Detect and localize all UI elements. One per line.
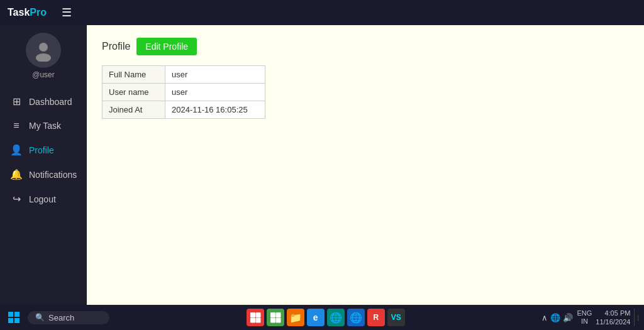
profile-table-row: Joined At2024-11-16 16:05:25 <box>103 101 265 119</box>
profile-field-label: User name <box>103 84 165 101</box>
profile-field-value: user <box>165 66 265 84</box>
taskbar-apps: 📁 e 🌐 🌐 R VS <box>109 309 541 326</box>
sidebar-item-dashboard[interactable]: ⊞ Dashboard <box>0 89 87 114</box>
notifications-icon: 🔔 <box>10 168 23 180</box>
profile-field-value: 2024-11-16 16:05:25 <box>165 101 265 119</box>
app-title-pro: Pro <box>30 7 47 18</box>
sidebar-item-notifications[interactable]: 🔔 Notifications <box>0 162 87 187</box>
profile-field-value: user <box>165 84 265 101</box>
svg-point-1 <box>36 53 51 62</box>
profile-page-title: Profile <box>102 41 130 52</box>
windows-icon <box>8 312 19 323</box>
sidebar-item-profile[interactable]: 👤 Profile <box>0 138 87 162</box>
taskbar: 🔍 Search 📁 e 🌐 🌐 R VS ∧ 🌐 🔊 ENGIN 4:05 P… <box>0 305 644 330</box>
svg-rect-7 <box>275 312 280 317</box>
tray-network: 🌐 <box>550 313 560 322</box>
dashboard-icon: ⊞ <box>10 96 23 107</box>
taskbar-app-1[interactable] <box>247 309 264 326</box>
logout-icon: ↪ <box>10 193 23 205</box>
main-layout: @user ⊞ Dashboard ≡ My Task 👤 Profile 🔔 … <box>0 25 644 305</box>
profile-field-label: Joined At <box>103 101 165 119</box>
svg-rect-5 <box>255 318 260 323</box>
app-title-task: Task <box>8 7 30 18</box>
sidebar-label-dashboard: Dashboard <box>29 97 72 107</box>
svg-rect-2 <box>250 312 255 317</box>
svg-rect-6 <box>270 312 275 317</box>
taskbar-clock: 4:05 PM 11/16/2024 <box>596 309 630 327</box>
taskbar-lang: ENGIN <box>577 309 592 326</box>
taskbar-search-text: Search <box>48 313 74 322</box>
taskbar-left: 🔍 Search <box>5 309 109 326</box>
sidebar-label-profile: Profile <box>29 145 54 155</box>
clock-date: 11/16/2024 <box>596 317 630 326</box>
profile-table-row: Full Nameuser <box>103 66 265 84</box>
app-title: TaskPro <box>8 7 47 18</box>
content-area: Profile Edit Profile Full NameuserUser n… <box>87 25 644 305</box>
sidebar-item-logout[interactable]: ↪ Logout <box>0 187 87 211</box>
svg-rect-9 <box>275 318 280 323</box>
taskbar-app-folder[interactable]: 📁 <box>287 309 304 326</box>
svg-rect-8 <box>270 318 275 323</box>
taskbar-search-icon: 🔍 <box>35 313 45 322</box>
mytask-icon: ≡ <box>10 120 23 131</box>
taskbar-app-2[interactable] <box>267 309 284 326</box>
taskbar-search[interactable]: 🔍 Search <box>28 311 109 324</box>
sidebar: @user ⊞ Dashboard ≡ My Task 👤 Profile 🔔 … <box>0 25 87 305</box>
taskbar-app-chrome[interactable]: 🌐 <box>327 309 345 326</box>
tray-show-desktop[interactable]: | <box>634 309 639 326</box>
sidebar-item-mytask[interactable]: ≡ My Task <box>0 114 87 138</box>
sidebar-label-notifications: Notifications <box>29 170 77 180</box>
clock-time: 4:05 PM <box>596 309 630 317</box>
svg-rect-3 <box>255 312 260 317</box>
taskbar-app-red2[interactable]: R <box>367 309 385 326</box>
tray-volume: 🔊 <box>563 313 573 322</box>
profile-table-row: User nameuser <box>103 84 265 101</box>
profile-icon: 👤 <box>10 144 23 156</box>
topbar: TaskPro ☰ <box>0 0 644 25</box>
sidebar-label-mytask: My Task <box>29 121 61 131</box>
taskbar-right: ∧ 🌐 🔊 ENGIN 4:05 PM 11/16/2024 | <box>541 309 639 327</box>
hamburger-icon[interactable]: ☰ <box>62 6 72 19</box>
tray-chevron[interactable]: ∧ <box>541 313 548 322</box>
sidebar-nav: ⊞ Dashboard ≡ My Task 👤 Profile 🔔 Notifi… <box>0 89 87 211</box>
sidebar-label-logout: Logout <box>29 194 56 204</box>
taskbar-tray: ∧ 🌐 🔊 <box>541 313 573 322</box>
profile-table: Full NameuserUser nameuserJoined At2024-… <box>102 65 265 119</box>
taskbar-app-vscode[interactable]: VS <box>387 309 405 326</box>
profile-field-label: Full Name <box>103 66 165 84</box>
start-button[interactable] <box>5 309 23 326</box>
avatar <box>26 33 61 68</box>
taskbar-app-chromium[interactable]: 🌐 <box>347 309 365 326</box>
username-label: @user <box>32 70 55 79</box>
svg-rect-4 <box>250 318 255 323</box>
edit-profile-button[interactable]: Edit Profile <box>136 38 197 55</box>
taskbar-app-edge[interactable]: e <box>307 309 325 326</box>
svg-point-0 <box>39 43 48 52</box>
avatar-container: @user <box>26 33 61 79</box>
profile-header: Profile Edit Profile <box>102 38 629 55</box>
